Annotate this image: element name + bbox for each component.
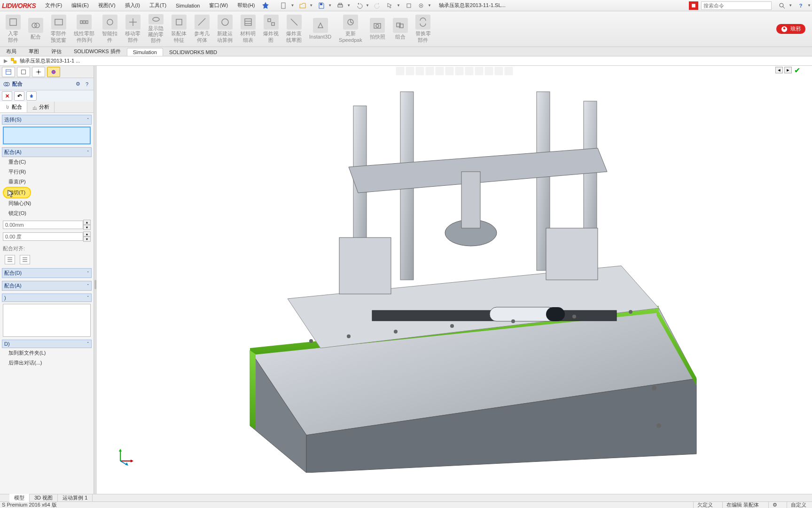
section-advanced-mates[interactable]: 配合(D)˅ <box>2 268 92 278</box>
dropdown-icon[interactable]: ▼ <box>397 3 400 8</box>
rebuild-icon[interactable] <box>404 1 414 10</box>
tab-addins[interactable]: SOLIDWORKS 插件 <box>68 47 127 56</box>
pm-pin[interactable] <box>26 91 37 101</box>
breadcrumb-expand-icon[interactable]: ▶ <box>4 58 8 64</box>
menu-simulation[interactable]: Simulation <box>171 0 204 11</box>
search-input[interactable] <box>702 3 771 8</box>
model-view[interactable] <box>97 66 812 494</box>
cmd-smart-fasteners[interactable]: 智能扣 件 <box>99 14 120 45</box>
user-badge[interactable]: 琅邪 <box>776 24 805 34</box>
menu-insert[interactable]: 插入(I) <box>120 0 145 11</box>
view-triad[interactable] <box>116 447 134 466</box>
cmd-update-speedpak[interactable]: 更新 Speedpak <box>336 14 365 45</box>
property-manager-tab[interactable] <box>17 67 30 77</box>
cmd-snapshot[interactable]: 拍快照 <box>367 14 388 45</box>
opt-add-to-new-folder[interactable]: 加到新文件夹(L) <box>2 348 92 358</box>
tab-sketch[interactable]: 草图 <box>23 47 45 56</box>
distance-spinner[interactable]: ▲▼ <box>3 220 91 230</box>
feature-manager-tab[interactable] <box>2 67 15 77</box>
section-select[interactable]: 选择(S)˄ <box>2 115 92 125</box>
dropdown-icon[interactable]: ▼ <box>807 3 811 8</box>
new-doc-icon[interactable] <box>279 1 289 10</box>
menu-file[interactable]: 文件(F) <box>40 0 67 11</box>
undo-icon[interactable] <box>354 1 364 10</box>
pm-help-icon[interactable]: ? <box>83 80 91 88</box>
cmd-combine[interactable]: 组合 <box>390 14 411 45</box>
tab-simulation[interactable]: Simulation <box>127 48 163 56</box>
cmd-component-preview[interactable]: 零部件 预览窗 <box>48 14 69 45</box>
dropdown-icon[interactable]: ▼ <box>366 3 369 8</box>
cmd-show-hidden[interactable]: 显示隐 藏的零 部件 <box>145 14 166 45</box>
dropdown-icon[interactable]: ▼ <box>290 3 294 8</box>
menu-edit[interactable]: 编辑(E) <box>67 0 94 11</box>
cmd-assembly-features[interactable]: 装配体 特征 <box>168 14 189 45</box>
mate-concentric[interactable]: 同轴心(N) <box>2 198 92 208</box>
tab-model[interactable]: 模型 <box>9 494 30 502</box>
tab-layout[interactable]: 布局 <box>0 47 23 56</box>
menu-help[interactable]: 帮助(H) <box>233 0 259 11</box>
menu-window[interactable]: 窗口(W) <box>204 0 233 11</box>
search-scope-icon[interactable] <box>689 1 698 10</box>
spin-up[interactable]: ▲ <box>83 220 91 225</box>
menu-tools[interactable]: 工具(T) <box>145 0 171 11</box>
status-config-icon[interactable]: ⚙ <box>768 502 781 508</box>
cmd-reference-geometry[interactable]: 参考几 何体 <box>191 14 212 45</box>
cmd-insert-component[interactable]: 入零 部件 <box>3 14 23 45</box>
mate-perpendicular[interactable]: 垂直(P) <box>2 177 92 187</box>
cmd-mate[interactable]: 配合 <box>25 14 46 45</box>
cmd-explode-line-sketch[interactable]: 爆炸直 线草图 <box>283 14 304 45</box>
cmd-bom[interactable]: 材料明 细表 <box>237 14 258 45</box>
options-icon[interactable] <box>416 1 426 10</box>
cmd-linear-pattern[interactable]: 线性零部 件阵列 <box>71 14 97 45</box>
open-icon[interactable] <box>298 1 307 10</box>
tab-3d-views[interactable]: 3D 视图 <box>30 494 58 502</box>
pm-back[interactable]: ↶ <box>14 91 24 101</box>
opt-show-popup[interactable]: 后弹出对话(...) <box>2 358 92 368</box>
cmd-instant3d[interactable]: Instant3D <box>306 14 334 45</box>
spin-down[interactable]: ▼ <box>83 225 91 230</box>
angle-input[interactable] <box>3 232 83 241</box>
mate-coincident[interactable]: 重合(C) <box>2 157 92 167</box>
print-icon[interactable] <box>336 1 345 10</box>
align-anti[interactable] <box>20 255 30 264</box>
selection-list[interactable] <box>3 127 91 144</box>
appearance-tab[interactable] <box>47 67 60 77</box>
pm-settings-icon[interactable]: ⚙ <box>74 80 82 88</box>
align-same[interactable] <box>5 255 15 264</box>
cmd-new-motion-study[interactable]: 新建运 动算例 <box>214 14 235 45</box>
status-custom[interactable]: 自定义 <box>787 501 810 508</box>
pin-icon[interactable] <box>261 1 270 10</box>
dropdown-icon[interactable]: ▼ <box>328 3 332 8</box>
tab-mbd[interactable]: SOLIDWORKS MBD <box>163 48 223 56</box>
dropdown-icon[interactable]: ▼ <box>347 3 351 8</box>
cmd-replace-component[interactable]: 替换零 部件 <box>413 14 434 45</box>
spin-up[interactable]: ▲ <box>83 231 91 237</box>
redo-icon[interactable] <box>373 1 383 10</box>
mates-listbox[interactable] <box>3 304 91 337</box>
section-options[interactable]: D)˄ <box>2 340 92 348</box>
dropdown-icon[interactable]: ▼ <box>309 3 313 8</box>
save-icon[interactable] <box>317 1 326 10</box>
section-mechanical-mates[interactable]: 配合(A)˅ <box>2 281 92 291</box>
dropdown-icon[interactable]: ▼ <box>428 3 431 8</box>
tab-motion-study[interactable]: 运动算例 1 <box>58 494 93 502</box>
angle-spinner[interactable]: ▲▼ <box>3 231 91 242</box>
mate-parallel[interactable]: 平行(R) <box>2 167 92 177</box>
mate-tangent[interactable]: 相切(T) <box>4 188 30 198</box>
dropdown-icon[interactable]: ▼ <box>789 3 792 8</box>
configuration-manager-tab[interactable] <box>32 67 45 77</box>
mate-lock[interactable]: 锁定(O) <box>2 208 92 218</box>
pm-cancel[interactable]: ✕ <box>2 91 12 101</box>
select-icon[interactable] <box>385 1 395 10</box>
breadcrumb-doc[interactable]: 轴承压装总装2013-11-1 ... <box>20 57 80 64</box>
distance-input[interactable] <box>3 221 83 229</box>
section-mates-list[interactable]: )˄ <box>2 294 92 302</box>
pm-subtab-mate[interactable]: 配合 <box>0 102 27 112</box>
help-icon[interactable]: ? <box>796 1 805 10</box>
graphics-viewport[interactable]: ◄ ► ✔ <box>97 66 812 494</box>
cmd-exploded-view[interactable]: 爆炸视 图 <box>260 14 281 45</box>
menu-view[interactable]: 视图(V) <box>94 0 120 11</box>
spin-down[interactable]: ▼ <box>83 237 91 242</box>
search-icon[interactable] <box>777 1 787 10</box>
search-command-box[interactable] <box>701 1 772 10</box>
